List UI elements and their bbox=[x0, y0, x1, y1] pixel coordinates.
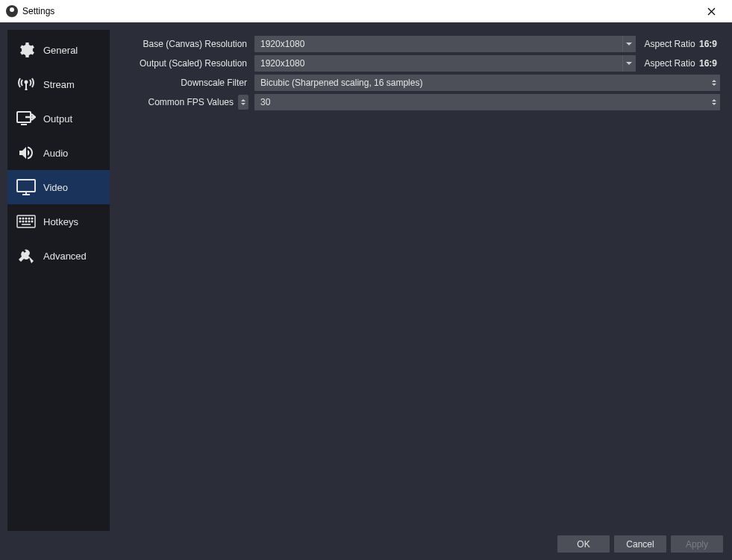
titlebar: Settings bbox=[0, 0, 732, 22]
sidebar-item-label: Output bbox=[43, 113, 72, 125]
svg-point-14 bbox=[25, 218, 27, 219]
apply-button: Apply bbox=[671, 535, 723, 553]
svg-point-12 bbox=[19, 218, 21, 219]
label-output-resolution: Output (Scaled) Resolution bbox=[114, 58, 248, 69]
row-downscale-filter: Downscale Filter Bicubic (Sharpened scal… bbox=[114, 75, 720, 91]
svg-text:A: A bbox=[25, 86, 28, 91]
svg-rect-8 bbox=[17, 180, 35, 192]
ok-button[interactable]: OK bbox=[557, 535, 610, 553]
sidebar-item-label: Audio bbox=[43, 148, 68, 159]
video-settings-panel: Base (Canvas) Resolution 1920x1080 Aspec… bbox=[114, 30, 725, 531]
label-downscale-filter: Downscale Filter bbox=[114, 78, 248, 88]
close-icon bbox=[707, 7, 716, 16]
sidebar-item-label: General bbox=[43, 45, 78, 56]
sidebar-item-label: Hotkeys bbox=[43, 216, 78, 227]
row-fps: Common FPS Values 30 bbox=[114, 94, 720, 110]
sidebar-item-general[interactable]: General bbox=[7, 33, 110, 67]
row-base-resolution: Base (Canvas) Resolution 1920x1080 Aspec… bbox=[114, 36, 720, 52]
svg-point-13 bbox=[22, 218, 24, 219]
cancel-button[interactable]: Cancel bbox=[614, 535, 666, 553]
dropdown-value: 1920x1080 bbox=[260, 39, 304, 49]
spinner-icon bbox=[708, 75, 720, 91]
select-downscale-filter[interactable]: Bicubic (Sharpened scaling, 16 samples) bbox=[254, 75, 720, 91]
arrow-out-icon bbox=[16, 109, 36, 128]
dropdown-output-resolution[interactable]: 1920x1080 bbox=[254, 55, 636, 72]
sidebar-item-label: Video bbox=[43, 182, 68, 193]
window-title: Settings bbox=[22, 6, 54, 16]
svg-point-19 bbox=[25, 221, 27, 222]
sidebar-item-hotkeys[interactable]: Hotkeys bbox=[7, 204, 110, 239]
footer: OK Cancel Apply bbox=[7, 535, 725, 553]
tools-icon bbox=[16, 246, 36, 265]
antenna-icon: A bbox=[16, 75, 36, 94]
keyboard-icon bbox=[16, 212, 36, 231]
sidebar-item-output[interactable]: Output bbox=[7, 101, 110, 136]
sidebar-item-audio[interactable]: Audio bbox=[7, 136, 110, 170]
label-fps-container: Common FPS Values bbox=[114, 95, 248, 110]
gear-icon bbox=[16, 40, 36, 60]
sidebar-item-label: Advanced bbox=[43, 251, 87, 262]
chevron-down-icon bbox=[622, 55, 636, 72]
chevron-down-icon bbox=[622, 36, 636, 52]
select-value: Bicubic (Sharpened scaling, 16 samples) bbox=[260, 78, 422, 88]
dropdown-value: 1920x1080 bbox=[260, 58, 304, 69]
label-fps: Common FPS Values bbox=[148, 97, 236, 107]
select-fps[interactable]: 30 bbox=[254, 94, 720, 110]
svg-point-18 bbox=[22, 221, 24, 222]
svg-point-21 bbox=[31, 221, 33, 222]
svg-point-17 bbox=[19, 221, 21, 222]
select-value: 30 bbox=[260, 97, 270, 107]
speaker-icon bbox=[16, 143, 36, 163]
dropdown-base-resolution[interactable]: 1920x1080 bbox=[254, 36, 636, 52]
sidebar: General A Stream bbox=[7, 30, 110, 531]
close-button[interactable] bbox=[696, 1, 726, 22]
workarea: General A Stream bbox=[7, 30, 725, 531]
aspect-base-resolution: Aspect Ratio 16:9 bbox=[642, 39, 720, 49]
row-output-resolution: Output (Scaled) Resolution 1920x1080 Asp… bbox=[114, 55, 720, 72]
sidebar-item-label: Stream bbox=[43, 79, 75, 90]
spinner-icon bbox=[708, 94, 720, 110]
svg-point-15 bbox=[28, 218, 30, 219]
fps-mode-spinner[interactable] bbox=[238, 95, 248, 110]
aspect-output-resolution: Aspect Ratio 16:9 bbox=[642, 58, 720, 69]
sidebar-item-video[interactable]: Video bbox=[7, 170, 110, 204]
window-body: General A Stream bbox=[0, 22, 732, 560]
app-icon bbox=[6, 5, 18, 17]
sidebar-item-stream[interactable]: A Stream bbox=[7, 67, 110, 101]
label-base-resolution: Base (Canvas) Resolution bbox=[114, 39, 248, 49]
monitor-icon bbox=[16, 177, 36, 197]
svg-point-20 bbox=[28, 221, 30, 222]
sidebar-item-advanced[interactable]: Advanced bbox=[7, 239, 110, 273]
svg-point-16 bbox=[31, 218, 33, 219]
